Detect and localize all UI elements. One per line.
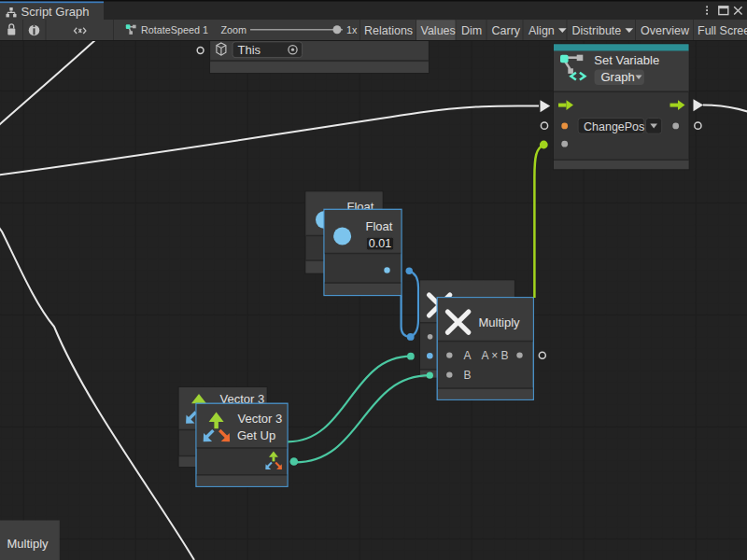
svg-text:Values: Values xyxy=(421,24,456,37)
svg-text:B: B xyxy=(464,369,472,382)
svg-text:Multiply: Multiply xyxy=(7,537,49,551)
svg-text:A × B: A × B xyxy=(482,349,509,362)
svg-text:ChangePos: ChangePos xyxy=(584,120,644,133)
svg-text:Script Graph: Script Graph xyxy=(21,5,90,19)
svg-text:Get Up: Get Up xyxy=(237,428,275,442)
svg-text:Dim: Dim xyxy=(461,24,482,37)
svg-text:This: This xyxy=(238,43,261,57)
svg-text:A: A xyxy=(464,349,472,362)
svg-text:Set Variable: Set Variable xyxy=(594,53,659,67)
svg-text:1x: 1x xyxy=(346,24,358,35)
svg-text:Vector 3: Vector 3 xyxy=(238,412,283,426)
svg-text:Multiply: Multiply xyxy=(479,315,521,329)
svg-text:Full Screen: Full Screen xyxy=(698,24,747,37)
svg-text:Float: Float xyxy=(366,219,393,233)
svg-text:Distribute: Distribute xyxy=(572,24,622,37)
svg-text:Graph: Graph xyxy=(601,70,635,84)
svg-text:Zoom: Zoom xyxy=(221,24,247,35)
svg-text:Relations: Relations xyxy=(364,24,413,37)
svg-text:Overview: Overview xyxy=(641,24,690,37)
svg-text:RotateSpeed 1: RotateSpeed 1 xyxy=(141,24,208,35)
svg-text:0.01: 0.01 xyxy=(369,237,391,250)
svg-text:Carry: Carry xyxy=(492,24,521,37)
svg-text:Align: Align xyxy=(529,24,555,37)
